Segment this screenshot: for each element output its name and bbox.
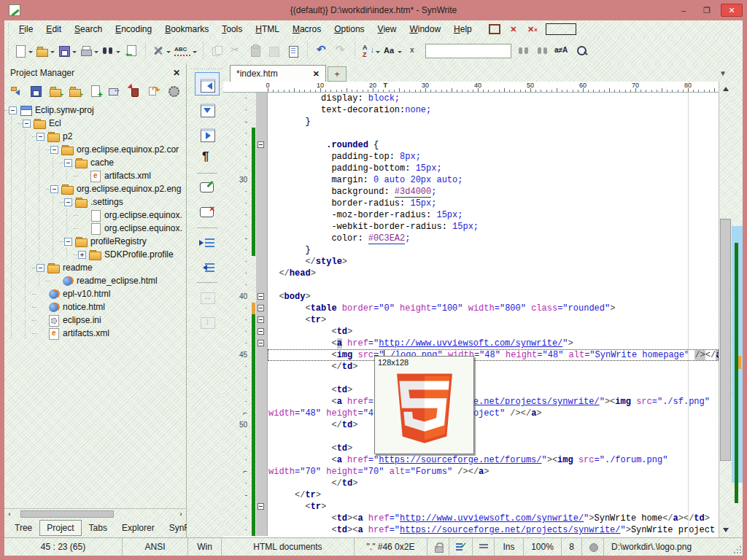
code-text[interactable] — [268, 128, 719, 139]
panel-bottom-button[interactable] — [195, 97, 220, 120]
scroll-down-icon[interactable] — [719, 524, 732, 536]
code-line[interactable]: · -moz-border-radius: 15px; — [223, 209, 719, 221]
refresh-project-button[interactable] — [145, 83, 163, 99]
code-text[interactable]: margin: 0 auto 20px auto; — [268, 174, 719, 186]
code-text[interactable]: <td><a href="http://www.uvviewsoft.com/s… — [268, 513, 719, 524]
fold-collapse-icon[interactable] — [258, 503, 264, 510]
code-text[interactable] — [268, 373, 719, 384]
tree-item[interactable]: readme — [4, 261, 186, 274]
tree-item[interactable]: notice.html — [4, 300, 186, 314]
code-line[interactable]: - } — [223, 116, 719, 128]
code-line[interactable]: 40 <body> — [223, 291, 719, 303]
zoom-level-cell[interactable]: 100% — [524, 538, 562, 556]
tree-item[interactable]: epl-v10.html — [4, 287, 186, 300]
new-file-button[interactable] — [12, 41, 34, 61]
code-text[interactable]: <body> — [268, 291, 719, 303]
tab-size-cell[interactable]: 8 — [562, 538, 582, 556]
add-file-button[interactable]: + — [86, 83, 104, 99]
undo-button[interactable] — [312, 41, 331, 61]
code-text[interactable]: <table border="0" height="100" width="80… — [268, 303, 719, 314]
code-text[interactable]: <td> — [268, 443, 719, 454]
toolbar-search-input[interactable] — [425, 44, 511, 58]
panel-right-button[interactable] — [195, 122, 220, 145]
scroll-left-icon[interactable]: ‹ — [4, 510, 15, 518]
tree-item[interactable]: eclipse.ini — [4, 314, 186, 327]
code-area[interactable]: · display: block;· text-decoration:none;… — [223, 93, 719, 537]
frame-tool-icon[interactable] — [489, 23, 500, 35]
open-file-button[interactable] — [34, 41, 56, 61]
menu-bookmarks[interactable]: Bookmarks — [158, 22, 215, 36]
code-line[interactable]: · — [223, 128, 719, 139]
code-line[interactable]: · text-decoration:none; — [223, 104, 719, 116]
sidebar-tab-tabs[interactable]: Tabs — [82, 520, 115, 536]
fold-collapse-icon[interactable] — [258, 141, 264, 148]
code-line[interactable]: · padding-top: 8px; — [223, 151, 719, 163]
code-text[interactable] — [268, 279, 719, 291]
code-text[interactable]: </td> — [268, 361, 719, 373]
tree-item[interactable]: org.eclipse.equinox.p2.eng — [4, 182, 186, 195]
new-tab-button[interactable]: + — [328, 66, 347, 82]
tree-item[interactable]: readme_eclipse.html — [4, 274, 186, 287]
collapse-icon[interactable] — [36, 133, 44, 141]
menu-encoding[interactable]: Encoding — [109, 22, 158, 36]
tab-close-icon[interactable]: ✕ — [313, 69, 320, 79]
reopen-file-button[interactable] — [122, 41, 141, 61]
code-text[interactable]: </td> — [268, 419, 719, 431]
code-line[interactable]: · <td><a href="http://www.uvviewsoft.com… — [223, 513, 719, 524]
code-line[interactable]: · display: block; — [223, 93, 719, 104]
color-palette-icon[interactable] — [546, 23, 576, 35]
tab-index-htm[interactable]: *index.htm ✕ — [230, 65, 326, 82]
menu-edit[interactable]: Edit — [39, 22, 68, 36]
code-text[interactable]: -webkit-border-radius: 15px; — [268, 221, 719, 233]
code-text[interactable]: width="70" height="70" alt="Forums" /></… — [268, 466, 719, 478]
code-text[interactable] — [268, 431, 719, 443]
collapse-icon[interactable] — [50, 185, 58, 193]
code-text[interactable]: color: #0C3EA2; — [268, 233, 719, 244]
remove-node-button[interactable] — [125, 83, 143, 99]
code-text[interactable]: </head> — [268, 268, 719, 279]
code-text[interactable]: <td> — [268, 384, 719, 396]
code-text[interactable]: .rounded { — [268, 139, 719, 151]
open-project-button[interactable] — [7, 83, 25, 99]
scroll-up-icon[interactable] — [719, 83, 732, 95]
code-text[interactable]: -moz-border-radius: 15px; — [268, 209, 719, 221]
code-text[interactable]: <a href="https://sourceforge.net/project… — [268, 396, 719, 408]
tree-item[interactable]: org.eclipse.equinox.p2.cor — [4, 143, 186, 156]
code-line[interactable]: ⌐width="70" height="70" alt="Forums" /><… — [223, 466, 719, 478]
code-text[interactable]: <tr> — [268, 501, 719, 513]
fold-collapse-icon[interactable] — [258, 328, 264, 335]
auto-complete-cell[interactable] — [449, 538, 473, 556]
code-line[interactable]: · </td> — [223, 478, 719, 489]
rename-node-button[interactable] — [106, 83, 123, 99]
tree-item[interactable]: artifacts.xml — [4, 169, 186, 182]
text-case-button[interactable]: Aa — [382, 41, 403, 61]
code-line[interactable]: · border-radius: 15px; — [223, 198, 719, 209]
tree-item[interactable]: org.eclipse.equinox. — [4, 209, 186, 222]
collapse-icon[interactable] — [50, 146, 58, 154]
code-text[interactable]: padding-top: 8px; — [268, 151, 719, 163]
collapse-icon[interactable] — [9, 106, 17, 114]
code-text[interactable]: <tr> — [268, 314, 719, 326]
code-line[interactable]: · <tr> — [223, 501, 719, 513]
maximize-button[interactable]: ❐ — [697, 4, 716, 17]
code-line[interactable]: - color: #0C3EA2; — [223, 233, 719, 244]
code-line[interactable]: · <a href="http://www.uvviewsoft.com/syn… — [223, 338, 719, 349]
menu-view[interactable]: View — [371, 22, 403, 36]
menu-macros[interactable]: Macros — [286, 22, 328, 36]
sidebar-tab-explorer[interactable]: Explorer — [115, 520, 162, 536]
paste-block-button[interactable] — [284, 41, 303, 61]
collapse-icon[interactable] — [64, 159, 72, 167]
code-line[interactable]: · <table border="0" height="100" width="… — [223, 303, 719, 314]
code-text[interactable]: } — [268, 244, 719, 256]
encoding-cell[interactable]: ANSI — [123, 538, 188, 556]
clear-search-button[interactable]: x — [403, 41, 422, 61]
panel-close-icon[interactable]: ✕ — [173, 68, 180, 78]
show-nonprinted-button[interactable] — [195, 147, 220, 170]
tree-item[interactable]: profileRegistry — [4, 235, 186, 248]
comment-remove-button[interactable] — [195, 201, 220, 225]
code-text[interactable]: } — [268, 116, 719, 128]
sidebar-tab-tree[interactable]: Tree — [7, 520, 39, 536]
code-text[interactable]: padding-bottom: 15px; — [268, 163, 719, 174]
code-text[interactable]: <img src="./logo.png" width="48" height=… — [268, 349, 719, 361]
tree-item[interactable]: artifacts.xml — [4, 327, 186, 340]
